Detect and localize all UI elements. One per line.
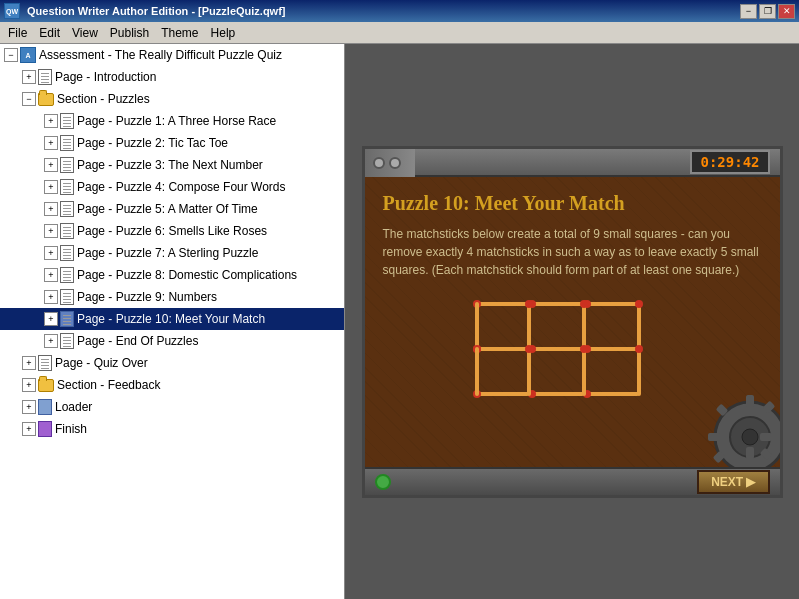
pipe-bolt [373,157,385,169]
finish-icon [38,421,52,437]
expand-puzzle2[interactable]: + [44,136,58,150]
assessment-label: Assessment - The Really Difficult Puzzle… [39,48,282,62]
puzzle8-label: Page - Puzzle 8: Domestic Complications [77,268,297,282]
expand-puzzle7[interactable]: + [44,246,58,260]
top-decoration-bar: 0:29:42 [365,149,780,177]
left-pipe [365,149,415,177]
page-icon-puzzle7 [60,245,74,261]
svg-rect-5 [708,433,720,441]
menu-edit[interactable]: Edit [33,22,66,43]
loader-label: Loader [55,400,92,414]
tree-item-finish[interactable]: + Finish [0,418,344,440]
menu-theme[interactable]: Theme [155,22,204,43]
tree-item-puzzle7[interactable]: + Page - Puzzle 7: A Sterling Puzzle [0,242,344,264]
finish-label: Finish [55,422,87,436]
puzzle-description: The matchsticks below create a total of … [383,225,762,279]
menu-view[interactable]: View [66,22,104,43]
menu-bar: File Edit View Publish Theme Help [0,22,799,44]
window-controls: − ❐ ✕ [740,4,795,19]
tree-item-puzzle9[interactable]: + Page - Puzzle 9: Numbers [0,286,344,308]
tree-item-section-puzzles[interactable]: − Section - Puzzles [0,88,344,110]
puzzle-title: Puzzle 10: Meet Your Match [383,192,762,215]
expand-puzzle9[interactable]: + [44,290,58,304]
title-bar: QW Question Writer Author Edition - [Puz… [0,0,799,22]
tree-item-puzzle2[interactable]: + Page - Puzzle 2: Tic Tac Toe [0,132,344,154]
tree-item-section-feedback[interactable]: + Section - Feedback [0,374,344,396]
svg-point-39 [580,345,588,353]
page-icon-puzzle9 [60,289,74,305]
restore-button[interactable]: ❐ [759,4,776,19]
svg-point-41 [635,300,643,308]
loader-icon [38,399,52,415]
preview-panel: 0:29:42 [345,44,799,599]
tree-item-quiz-over[interactable]: + Page - Quiz Over [0,352,344,374]
expand-intro[interactable]: + [22,70,36,84]
tree-item-assessment[interactable]: − A Assessment - The Really Difficult Pu… [0,44,344,66]
page-icon-puzzle3 [60,157,74,173]
menu-help[interactable]: Help [205,22,242,43]
svg-point-33 [525,300,533,308]
matchstick-visualization [383,294,762,404]
expand-quiz-over[interactable]: + [22,356,36,370]
expand-puzzle8[interactable]: + [44,268,58,282]
expand-finish[interactable]: + [22,422,36,436]
puzzle3-label: Page - Puzzle 3: The Next Number [77,158,263,172]
tree-item-puzzle3[interactable]: + Page - Puzzle 3: The Next Number [0,154,344,176]
puzzle2-label: Page - Puzzle 2: Tic Tac Toe [77,136,228,150]
puzzle5-label: Page - Puzzle 5: A Matter Of Time [77,202,258,216]
page-icon-quiz-over [38,355,52,371]
svg-rect-6 [760,433,772,441]
folder-icon-puzzles [38,93,54,106]
tree-item-puzzle8[interactable]: + Page - Puzzle 8: Domestic Complication… [0,264,344,286]
status-light [375,474,391,490]
expand-puzzle3[interactable]: + [44,158,58,172]
expand-end-puzzles[interactable]: + [44,334,58,348]
svg-rect-4 [746,447,754,459]
tree-item-end-puzzles[interactable]: + Page - End Of Puzzles [0,330,344,352]
page-icon-puzzle10 [60,311,74,327]
expand-section-feedback[interactable]: + [22,378,36,392]
svg-point-35 [525,345,533,353]
puzzle-outer-frame: 0:29:42 [362,146,783,498]
folder-icon-feedback [38,379,54,392]
expand-assessment[interactable]: − [4,48,18,62]
intro-label: Page - Introduction [55,70,156,84]
page-icon-puzzle1 [60,113,74,129]
expand-puzzle5[interactable]: + [44,202,58,216]
puzzle10-label: Page - Puzzle 10: Meet Your Match [77,312,265,326]
tree-item-loader[interactable]: + Loader [0,396,344,418]
menu-publish[interactable]: Publish [104,22,155,43]
expand-puzzle4[interactable]: + [44,180,58,194]
end-puzzles-label: Page - End Of Puzzles [77,334,198,348]
tree-item-puzzle5[interactable]: + Page - Puzzle 5: A Matter Of Time [0,198,344,220]
minimize-button[interactable]: − [740,4,757,19]
tree-item-puzzle6[interactable]: + Page - Puzzle 6: Smells Like Roses [0,220,344,242]
section-puzzles-label: Section - Puzzles [57,92,150,106]
expand-puzzle1[interactable]: + [44,114,58,128]
expand-puzzle10[interactable]: + [44,312,58,326]
close-button[interactable]: ✕ [778,4,795,19]
tree-item-intro[interactable]: + Page - Introduction [0,66,344,88]
page-icon-puzzle2 [60,135,74,151]
expand-puzzle6[interactable]: + [44,224,58,238]
page-icon-puzzle6 [60,223,74,239]
next-button[interactable]: NEXT ▶ [697,470,769,494]
page-icon-puzzle5 [60,201,74,217]
page-icon-end-puzzles [60,333,74,349]
assessment-icon: A [20,47,36,63]
section-feedback-label: Section - Feedback [57,378,160,392]
tree-item-puzzle10[interactable]: + Page - Puzzle 10: Meet Your Match [0,308,344,330]
pipe-bolt-2 [389,157,401,169]
expand-loader[interactable]: + [22,400,36,414]
bottom-bar: NEXT ▶ [365,467,780,495]
svg-point-37 [580,300,588,308]
page-icon-puzzle8 [60,267,74,283]
expand-section-puzzles[interactable]: − [22,92,36,106]
puzzle4-label: Page - Puzzle 4: Compose Four Words [77,180,286,194]
quiz-over-label: Page - Quiz Over [55,356,148,370]
puzzle6-label: Page - Puzzle 6: Smells Like Roses [77,224,267,238]
tree-item-puzzle4[interactable]: + Page - Puzzle 4: Compose Four Words [0,176,344,198]
menu-file[interactable]: File [2,22,33,43]
tree-item-puzzle1[interactable]: + Page - Puzzle 1: A Three Horse Race [0,110,344,132]
main-container: − A Assessment - The Really Difficult Pu… [0,44,799,599]
